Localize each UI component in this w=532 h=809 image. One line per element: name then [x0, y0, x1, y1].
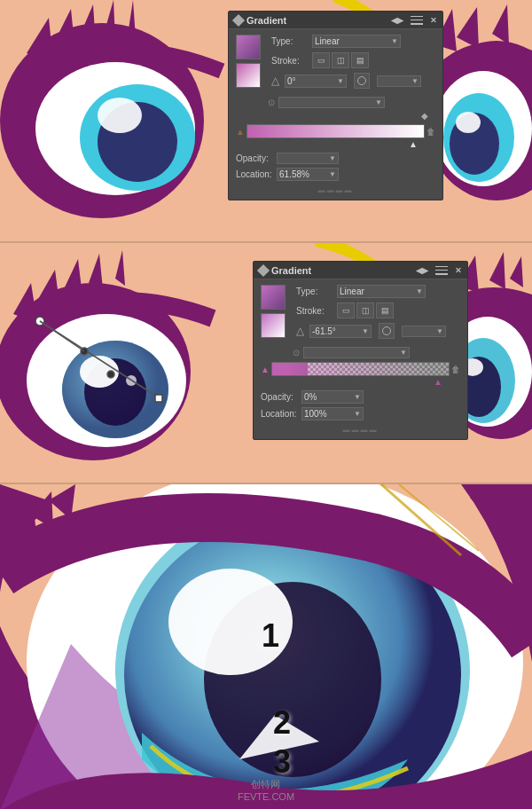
gradient-swatch-2[interactable] [236, 63, 261, 88]
panel2-body: Type: Linear ▼ Stroke: ▭ ◫ ▤ [254, 279, 467, 439]
opacity-row-1: Opacity: ▼ [236, 153, 435, 164]
location-label-2: Location: [261, 409, 298, 419]
number-1: 1 [262, 617, 279, 655]
stroke-btn-2c[interactable]: ▤ [376, 302, 394, 318]
gradient-bar-container-1: ▲ 🗑 ▲ [236, 124, 435, 149]
svg-point-5 [98, 98, 142, 133]
stroke-buttons-2: ▭ ◫ ▤ [337, 302, 394, 318]
angle-triangle-icon-2: △ [296, 325, 304, 337]
type-row-1: Type: Linear ▼ [271, 35, 435, 48]
angle-dropdown-2[interactable]: -61.5° ▼ [309, 325, 372, 338]
stroke-row-2: Stroke: ▭ ◫ ▤ [296, 302, 460, 318]
angle-dropdown-1[interactable]: 0° ▼ [285, 75, 347, 88]
panel2-controls: ◀▶ ✕ [416, 266, 462, 275]
sync-dropdown-2[interactable]: ▼ [303, 347, 410, 358]
stroke-buttons-1: ▭ ◫ ▤ [312, 52, 369, 68]
angle-row-2: △ -61.5° ▼ ▼ [296, 323, 460, 339]
reverse-dropdown-2[interactable]: ▼ [402, 326, 446, 337]
panel1-body: Type: Linear ▼ Stroke: ▭ ◫ ▤ [229, 29, 442, 200]
number-2: 2 [273, 704, 291, 742]
type-dropdown-1[interactable]: Linear ▼ [312, 35, 401, 48]
aspect-btn-1[interactable] [354, 73, 370, 89]
panel2-collapse-btn[interactable]: ◀▶ [416, 266, 428, 275]
stroke-btn-2a[interactable]: ▭ [337, 302, 355, 318]
angle-row-1: △ 0° ▼ ▼ [271, 73, 435, 89]
panel1: Gradient ◀▶ ✕ Type: [0, 0, 532, 241]
opacity-dropdown-2[interactable]: 0% ▼ [301, 390, 364, 404]
gradient-bar-1[interactable] [246, 124, 425, 138]
reverse-dropdown-1[interactable]: ▼ [377, 75, 421, 87]
stroke-label-2: Stroke: [296, 306, 333, 316]
sync-icon: ⊙ [268, 98, 275, 107]
panel1-menu-icon[interactable] [411, 16, 423, 25]
sync-icon-2: ⊙ [293, 348, 300, 357]
panel1-titlebar: Gradient ◀▶ ✕ [229, 12, 442, 29]
stop-left-2[interactable]: ▲ [261, 365, 270, 374]
svg-rect-23 [155, 395, 162, 402]
stroke-row-1: Stroke: ▭ ◫ ▤ [271, 52, 435, 68]
panel2-menu-icon[interactable] [435, 266, 448, 275]
sync-dropdown-1[interactable]: ▼ [278, 97, 385, 108]
type-label-1: Type: [271, 36, 309, 46]
panel2-titlebar: Gradient ◀▶ ✕ [254, 262, 467, 279]
stop-right-1[interactable]: ▲ [409, 139, 418, 149]
swatch-area-1 [236, 35, 261, 88]
gradient-bar-container-2: ▲ 🗑 ▲ [261, 362, 460, 387]
drag-handle-1: ▬▬▬▬ [318, 186, 354, 194]
location-row-2: Location: 100% ▼ [261, 407, 460, 420]
watermark-line1: 创特网 [238, 778, 294, 791]
aspect-btn-2[interactable] [379, 323, 395, 339]
stop-left-1[interactable]: ▲ [236, 127, 245, 137]
gradient-panel-2: Gradient ◀▶ ✕ Type: [253, 261, 468, 440]
panel1-controls: ◀▶ ✕ [391, 16, 437, 25]
number-3: 3 [273, 743, 291, 781]
gradient-bar-2[interactable] [271, 362, 450, 376]
gradient-diamond-icon-2 [257, 263, 270, 276]
panel1-close-btn[interactable]: ✕ [430, 16, 437, 25]
stroke-label-1: Stroke: [271, 56, 309, 66]
location-dropdown-1[interactable]: 61.58% ▼ [277, 168, 339, 181]
opacity-label-2: Opacity: [261, 392, 298, 402]
delete-stop-2[interactable]: 🗑 [451, 365, 460, 374]
svg-point-22 [107, 371, 114, 378]
gradient-swatch-2b[interactable] [261, 313, 286, 338]
location-row-1: Location: 61.58% ▼ [236, 168, 435, 181]
gradient-swatch-1[interactable] [236, 35, 261, 59]
location-dropdown-2[interactable]: 100% ▼ [301, 407, 364, 420]
stroke-btn-3[interactable]: ▤ [351, 52, 369, 68]
stop-right-2[interactable]: ▲ [434, 377, 442, 387]
watermark: 创特网 FEVTE.COM [238, 778, 294, 802]
panel1-title: Gradient [246, 15, 286, 26]
swatch-area-2 [261, 285, 286, 338]
type-label-2: Type: [296, 287, 333, 296]
location-label-1: Location: [236, 169, 273, 179]
stroke-btn-1[interactable]: ▭ [312, 52, 330, 68]
watermark-line2: FEVTE.COM [238, 791, 294, 802]
panel3: 1 2 3 创特网 FEVTE.COM [0, 483, 532, 809]
panel2: Gradient ◀▶ ✕ Type: [0, 241, 532, 483]
slider-diamond-1: ◆ [421, 111, 428, 121]
stroke-btn-2b[interactable]: ◫ [356, 302, 374, 318]
svg-point-10 [456, 112, 481, 133]
opacity-row-2: Opacity: 0% ▼ [261, 390, 460, 404]
type-row-2: Type: Linear ▼ [296, 285, 460, 298]
panel2-title: Gradient [271, 265, 311, 276]
panel2-close-btn[interactable]: ✕ [455, 266, 462, 275]
angle-triangle-icon: △ [271, 75, 279, 87]
panel1-collapse-btn[interactable]: ◀▶ [391, 16, 403, 25]
gradient-diamond-icon [232, 13, 245, 26]
stroke-btn-2[interactable]: ◫ [332, 52, 349, 68]
gradient-panel-1: Gradient ◀▶ ✕ Type: [228, 11, 443, 200]
type-dropdown-2[interactable]: Linear ▼ [337, 285, 426, 298]
opacity-dropdown-1[interactable]: ▼ [277, 153, 339, 164]
opacity-label-1: Opacity: [236, 153, 273, 163]
drag-handle-2: ▬▬▬▬ [343, 426, 379, 434]
gradient-swatch-2a[interactable] [261, 285, 286, 310]
delete-stop-1[interactable]: 🗑 [426, 127, 435, 137]
